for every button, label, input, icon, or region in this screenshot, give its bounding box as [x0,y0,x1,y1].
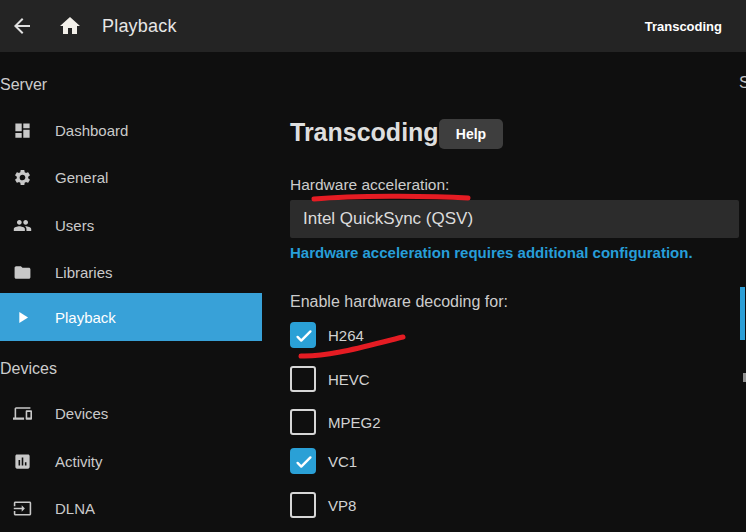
sidebar: Server Dashboard General Users Libraries [0,52,262,532]
checkbox-row-hevc[interactable]: HEVC [290,366,490,392]
page-header-title: Playback [102,16,177,37]
back-arrow-icon[interactable] [10,14,34,38]
sidebar-item-label: Dashboard [55,122,128,139]
sidebar-item-libraries[interactable]: Libraries [0,248,262,296]
input-icon [13,499,32,518]
home-icon[interactable] [58,14,82,38]
sidebar-item-users[interactable]: Users [0,201,262,249]
sidebar-item-dashboard[interactable]: Dashboard [0,106,262,154]
checkbox-icon[interactable] [290,409,316,435]
sidebar-item-devices[interactable]: Devices [0,389,262,437]
users-icon [13,216,32,235]
sidebar-item-playback[interactable]: Playback [0,293,262,341]
checkbox-row-vc1[interactable]: VC1 [290,448,490,474]
cut-off-text: S [739,74,746,92]
checkbox-icon[interactable] [290,492,316,518]
sidebar-item-label: Users [55,217,94,234]
checkbox-label: VP8 [328,497,356,514]
play-icon [13,308,32,327]
checkbox-label: HEVC [328,371,370,388]
hardware-acceleration-select[interactable]: Intel QuickSync (QSV) [290,200,739,238]
checkbox-label: VC1 [328,453,357,470]
checkbox-row-mpeg2[interactable]: MPEG2 [290,409,490,435]
sidebar-item-label: DLNA [55,500,95,517]
sidebar-item-label: Playback [55,309,116,326]
hardware-acceleration-note: Hardware acceleration requires additiona… [290,244,693,261]
page-title: Transcoding [290,118,439,147]
checkbox-label: H264 [328,327,364,344]
help-button[interactable]: Help [439,119,503,149]
sidebar-item-dlna[interactable]: DLNA [0,484,262,532]
dashboard-icon [13,121,32,140]
gear-icon [13,168,32,187]
sidebar-item-general[interactable]: General [0,153,262,201]
sidebar-item-label: General [55,169,108,186]
checkbox-label: MPEG2 [328,414,381,431]
sidebar-section-devices: Devices [0,358,57,380]
activity-icon [13,452,32,471]
folder-icon [13,263,32,282]
app-window: Playback Transcoding Server Dashboard Ge… [0,0,746,532]
sidebar-section-server: Server [0,74,47,96]
checkbox-icon[interactable] [290,448,316,474]
sidebar-item-label: Activity [55,453,103,470]
sidebar-item-label: Devices [55,405,108,422]
checkbox-row-h264[interactable]: H264 [290,322,490,348]
top-bar: Playback Transcoding [0,0,746,52]
checkbox-icon[interactable] [290,366,316,392]
decoding-section-label: Enable hardware decoding for: [290,293,508,311]
header-section-label: Transcoding [645,0,722,52]
sidebar-item-label: Libraries [55,264,113,281]
checkbox-icon[interactable] [290,322,316,348]
sidebar-item-activity[interactable]: Activity [0,437,262,485]
scrollbar-thumb[interactable] [740,287,745,340]
hardware-acceleration-label: Hardware acceleration: [290,176,449,194]
checkbox-row-vp8[interactable]: VP8 [290,492,490,518]
devices-icon [13,404,32,423]
hardware-acceleration-selected-value: Intel QuickSync (QSV) [303,209,473,229]
